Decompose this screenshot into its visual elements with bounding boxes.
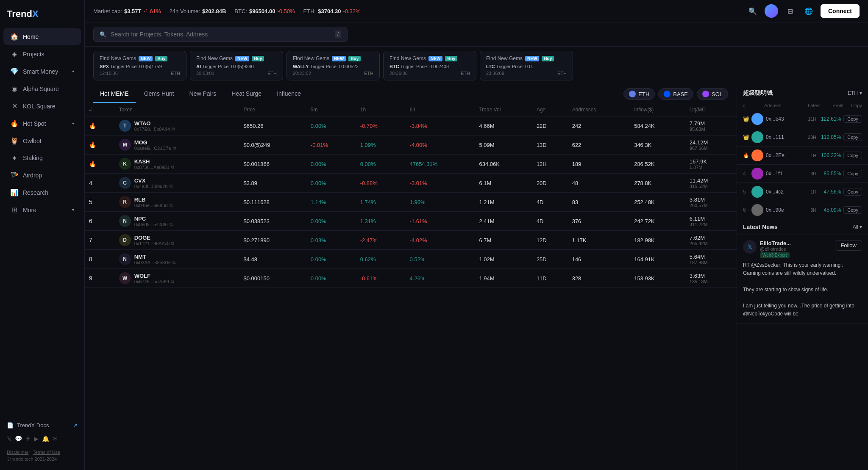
tab-new-pairs[interactable]: New Pairs bbox=[183, 85, 223, 103]
sidebar-footer: Disclaimer Terms of Use ©trendx.tech 202… bbox=[0, 445, 84, 466]
buy-button[interactable]: Buy bbox=[155, 56, 167, 61]
tab-gems-hunt[interactable]: Gems Hunt bbox=[137, 85, 181, 103]
price-cell: $0.0(5)249 bbox=[239, 135, 306, 155]
copy-address-icon[interactable]: ⧉ bbox=[171, 165, 174, 170]
news-all-button[interactable]: All ▾ bbox=[853, 224, 862, 230]
vol-cell: 6.1M bbox=[475, 174, 532, 193]
chevron-down-icon: ▾ bbox=[860, 224, 862, 230]
sm-address[interactable]: 0x...90e bbox=[766, 207, 802, 213]
sm-address[interactable]: 0x...b43 bbox=[766, 116, 802, 122]
search-input-wrap: 🔍 / bbox=[93, 27, 348, 42]
layout-icon[interactable]: ⊟ bbox=[783, 4, 797, 18]
sm-time: 1H bbox=[804, 153, 816, 158]
tab-heat-surge[interactable]: Heat Surge bbox=[225, 85, 268, 103]
token-address: 0x6746...bd7e69 ⧉ bbox=[134, 279, 174, 284]
copy-address-icon[interactable]: ⧉ bbox=[170, 203, 172, 208]
card-trigger-label: Trigger Price: bbox=[202, 64, 230, 69]
sm-avatar bbox=[751, 186, 763, 198]
card-token-name: LTC bbox=[486, 64, 495, 69]
card-title: Find New Gems bbox=[293, 55, 329, 61]
sm-profit: 112.05% bbox=[819, 134, 841, 140]
buy-button[interactable]: Buy bbox=[542, 56, 554, 61]
copy-address-icon[interactable]: ⧉ bbox=[171, 279, 174, 284]
card-chain: ETH bbox=[267, 71, 277, 76]
notification-icon[interactable]: 🔔 bbox=[42, 435, 49, 442]
docs-link[interactable]: 📄 TrendX Docs ↗ bbox=[0, 419, 84, 432]
chain-selector[interactable]: ETH ▾ bbox=[848, 90, 862, 96]
email-icon[interactable]: ✉ bbox=[53, 435, 58, 442]
h1-cell: 1.74% bbox=[356, 193, 406, 212]
sm-address[interactable]: 0x...4c2 bbox=[766, 189, 802, 195]
copy-button[interactable]: Copy bbox=[843, 133, 862, 141]
logo[interactable]: TrendX bbox=[0, 4, 84, 28]
vol-cell: 2.41M bbox=[475, 212, 532, 231]
sol-chain-button[interactable]: SOL bbox=[697, 88, 728, 100]
chain-filters: ETH BASE SOL bbox=[623, 88, 728, 100]
sm-address[interactable]: 0x...2Ee bbox=[766, 152, 802, 158]
copy-button[interactable]: Copy bbox=[843, 115, 862, 123]
inflow-cell: 346.3K bbox=[630, 135, 685, 155]
vol-cell: 4.66M bbox=[475, 116, 532, 135]
copy-address-icon[interactable]: ⧉ bbox=[170, 222, 172, 227]
copy-button[interactable]: Copy bbox=[843, 188, 862, 196]
card-trigger-label: Trigger Price: bbox=[400, 64, 428, 69]
sidebar-item-hot-spot[interactable]: 🔥 Hot Spot ▾ bbox=[3, 115, 81, 132]
search-icon[interactable]: 🔍 bbox=[746, 4, 760, 18]
connect-button[interactable]: Connect bbox=[821, 4, 860, 18]
discord-icon[interactable]: 💬 bbox=[15, 435, 22, 442]
token-info: KASH 0x8736...Aa0a51 ⧉ bbox=[134, 158, 174, 170]
sm-address[interactable]: 0x...111 bbox=[766, 134, 802, 140]
table-row: 🔥 T WTAO 0x77E0...5b0A44 ⧉ $650.26 0.00%… bbox=[85, 116, 737, 135]
base-chain-button[interactable]: BASE bbox=[658, 88, 693, 100]
youtube-icon[interactable]: ▶ bbox=[34, 435, 39, 442]
sm-address[interactable]: 0x...1f1 bbox=[766, 171, 802, 177]
sidebar-item-owlbot[interactable]: 🦉 Owlbot bbox=[3, 133, 81, 149]
follow-button[interactable]: Follow bbox=[835, 240, 862, 251]
sidebar-item-research[interactable]: 📊 Research bbox=[3, 184, 81, 201]
sidebar-item-kol-square[interactable]: ✕ KOL Square bbox=[3, 98, 81, 114]
copy-address-icon[interactable]: ⧉ bbox=[170, 184, 172, 189]
token-address: 0xaaeE...C21C7a ⧉ bbox=[134, 146, 176, 151]
sidebar-item-alpha-square[interactable]: ◉ Alpha Square bbox=[3, 80, 81, 97]
token-info: CVX 0x4e3f...5b9d2b ⧉ bbox=[134, 177, 172, 189]
tab-hot-meme[interactable]: Hot MEME bbox=[93, 85, 136, 103]
sidebar-item-label: KOL Square bbox=[23, 103, 56, 110]
copy-address-icon[interactable]: ⧉ bbox=[172, 127, 175, 132]
copy-button[interactable]: Copy bbox=[843, 206, 862, 214]
sidebar-item-more[interactable]: ⊞ More ▾ bbox=[3, 202, 81, 218]
token-info: RLB 0x046e...6e3f3d ⧉ bbox=[134, 196, 172, 208]
avatar[interactable] bbox=[765, 4, 778, 18]
age-cell: 25D bbox=[532, 250, 568, 269]
search-input[interactable] bbox=[111, 31, 331, 38]
telegram-icon[interactable]: ✈ bbox=[25, 435, 31, 442]
token-card-4: Find New Gems NEW Buy LTC Trigger Price:… bbox=[480, 51, 573, 80]
copy-button[interactable]: Copy bbox=[843, 152, 862, 159]
copy-address-icon[interactable]: ⧉ bbox=[171, 241, 174, 246]
disclaimer-link[interactable]: Disclaimer bbox=[7, 450, 28, 455]
sidebar-item-airdrop[interactable]: 🪂 Airdrop bbox=[3, 167, 81, 183]
buy-button[interactable]: Buy bbox=[445, 56, 457, 61]
rank-cell: 9 bbox=[85, 269, 115, 288]
buy-button[interactable]: Buy bbox=[252, 56, 264, 61]
card-trigger-label: Trigger Price: bbox=[496, 64, 524, 69]
copy-address-icon[interactable]: ⧉ bbox=[172, 260, 175, 265]
globe-icon[interactable]: 🌐 bbox=[802, 4, 815, 18]
sidebar-item-projects[interactable]: ◈ Projects bbox=[3, 46, 81, 62]
eth-chain-button[interactable]: ETH bbox=[623, 88, 655, 100]
smart-money-row: 👑 0x...b43 11H 122.61% Copy bbox=[737, 110, 868, 128]
more-icon: ⊞ bbox=[10, 206, 19, 214]
token-cell: T WTAO 0x77E0...5b0A44 ⧉ bbox=[115, 116, 239, 135]
copy-address-icon[interactable]: ⧉ bbox=[173, 146, 176, 151]
research-icon: 📊 bbox=[10, 188, 19, 196]
buy-button[interactable]: Buy bbox=[348, 56, 361, 61]
sidebar-item-label: Home bbox=[23, 33, 39, 40]
copy-button[interactable]: Copy bbox=[843, 170, 862, 177]
sidebar-item-home[interactable]: 🏠 Home bbox=[3, 28, 81, 45]
terms-link[interactable]: Terms of Use bbox=[33, 450, 60, 455]
twitter-icon[interactable]: 𝕏 bbox=[7, 435, 11, 442]
sidebar-item-staking[interactable]: ♦ Staking bbox=[3, 150, 81, 166]
data-table: # Token Price 5m 1h 6h Trade Vol Age Add… bbox=[85, 103, 737, 470]
tab-influence[interactable]: Influence bbox=[270, 85, 308, 103]
card-chain: ETH bbox=[461, 71, 470, 76]
sidebar-item-smart-money[interactable]: 💎 Smart Money ▾ bbox=[3, 63, 81, 80]
